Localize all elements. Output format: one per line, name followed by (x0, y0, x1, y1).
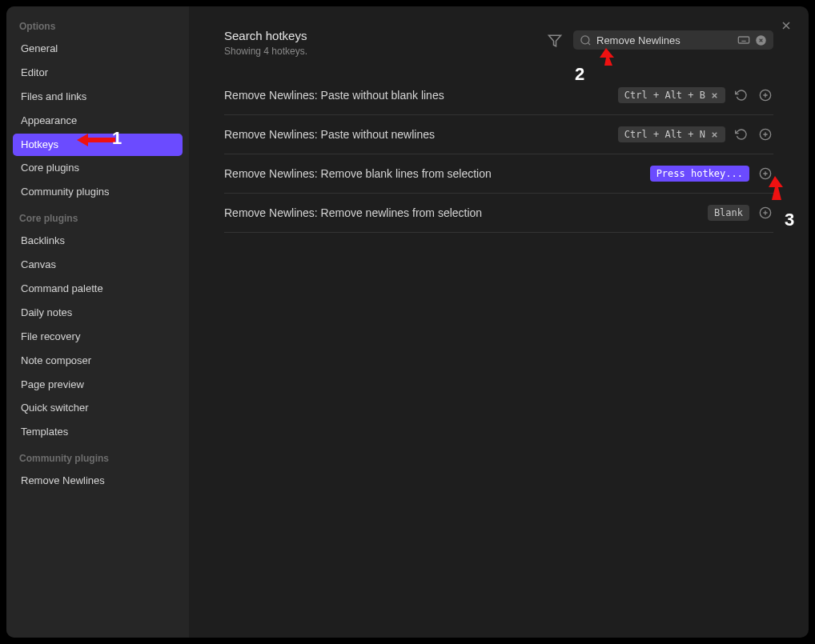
sidebar-section-header: Community plugins (13, 445, 183, 469)
sidebar-item-core-plugins[interactable]: Core plugins (13, 157, 183, 180)
sidebar-item-editor[interactable]: Editor (13, 62, 183, 85)
close-button[interactable] (778, 18, 794, 34)
header-row: Search hotkeys Showing 4 hotkeys. (224, 29, 773, 57)
search-input[interactable] (596, 34, 733, 46)
sidebar-item-backlinks[interactable]: Backlinks (13, 230, 183, 253)
reset-hotkey-button[interactable] (733, 87, 749, 103)
hotkey-label: Remove Newlines: Remove newlines from se… (224, 206, 700, 219)
page-title: Search hotkeys (224, 29, 536, 42)
sidebar-item-community-plugins[interactable]: Community plugins (13, 181, 183, 204)
sidebar-section-header: Options (13, 13, 183, 37)
settings-modal: OptionsGeneralEditorFiles and linksAppea… (6, 6, 809, 638)
settings-main: Search hotkeys Showing 4 hotkeys. Remove… (189, 6, 809, 638)
sidebar-item-files-and-links[interactable]: Files and links (13, 86, 183, 109)
clear-search-icon[interactable] (755, 34, 767, 46)
svg-rect-5 (738, 37, 749, 43)
hotkey-row: Remove Newlines: Remove blank lines from… (224, 154, 773, 194)
sidebar-item-file-recovery[interactable]: File recovery (13, 326, 183, 349)
hotkey-row: Remove Newlines: Remove newlines from se… (224, 194, 773, 233)
filter-button[interactable] (544, 30, 565, 51)
add-hotkey-button[interactable] (757, 166, 773, 182)
search-box (573, 30, 773, 50)
hotkey-badge: Blank (708, 205, 749, 221)
hotkey-label: Remove Newlines: Paste without blank lin… (224, 89, 610, 102)
search-icon (580, 34, 592, 46)
hotkey-badge: Ctrl + Alt + B (618, 87, 725, 103)
hotkey-badge: Ctrl + Alt + N (618, 126, 725, 142)
remove-hotkey-icon[interactable] (710, 130, 719, 139)
hotkey-list: Remove Newlines: Paste without blank lin… (224, 76, 773, 233)
sidebar-item-templates[interactable]: Templates (13, 421, 183, 444)
sidebar-item-note-composer[interactable]: Note composer (13, 350, 183, 373)
svg-marker-2 (549, 35, 561, 46)
hotkey-label: Remove Newlines: Paste without newlines (224, 128, 610, 141)
add-hotkey-button[interactable] (757, 205, 773, 221)
page-subtitle: Showing 4 hotkeys. (224, 46, 536, 57)
add-hotkey-button[interactable] (757, 87, 773, 103)
keyboard-icon[interactable] (737, 34, 750, 46)
sidebar-section-header: Core plugins (13, 205, 183, 229)
sidebar-item-page-preview[interactable]: Page preview (13, 374, 183, 397)
hotkey-row: Remove Newlines: Paste without blank lin… (224, 76, 773, 115)
sidebar-item-canvas[interactable]: Canvas (13, 254, 183, 277)
sidebar-item-general[interactable]: General (13, 38, 183, 61)
remove-hotkey-icon[interactable] (710, 91, 719, 100)
hotkey-label: Remove Newlines: Remove blank lines from… (224, 167, 642, 180)
hotkey-row: Remove Newlines: Paste without newlinesC… (224, 115, 773, 154)
reset-hotkey-button[interactable] (733, 126, 749, 142)
sidebar-item-appearance[interactable]: Appearance (13, 110, 183, 133)
svg-point-3 (581, 35, 589, 43)
sidebar-item-command-palette[interactable]: Command palette (13, 278, 183, 301)
sidebar-item-hotkeys[interactable]: Hotkeys (13, 134, 183, 157)
sidebar-item-remove-newlines[interactable]: Remove Newlines (13, 470, 183, 493)
hotkey-badge[interactable]: Press hotkey... (650, 166, 749, 182)
settings-sidebar: OptionsGeneralEditorFiles and linksAppea… (6, 6, 189, 638)
sidebar-item-quick-switcher[interactable]: Quick switcher (13, 397, 183, 420)
add-hotkey-button[interactable] (757, 126, 773, 142)
svg-line-4 (588, 42, 590, 45)
sidebar-item-daily-notes[interactable]: Daily notes (13, 302, 183, 325)
